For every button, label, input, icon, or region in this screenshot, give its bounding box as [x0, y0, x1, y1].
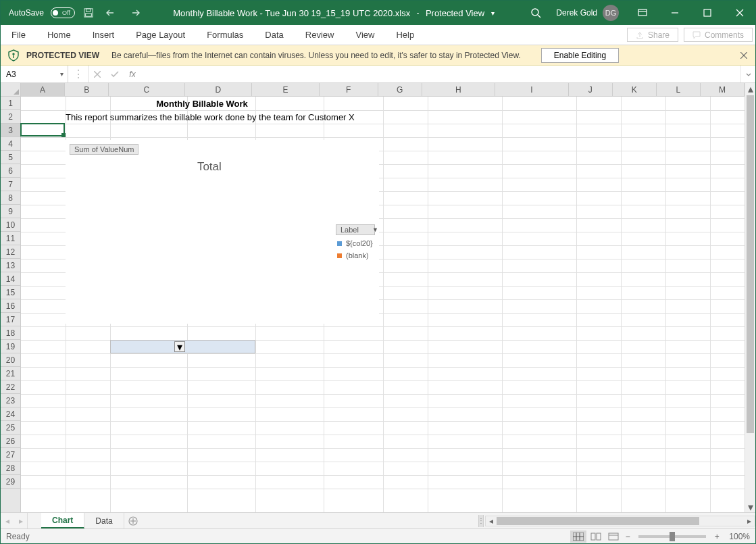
vertical-scrollbar[interactable]: ▴ ▾ [745, 83, 755, 512]
row-header-4[interactable]: 4 [1, 137, 20, 151]
row-header-28[interactable]: 28 [1, 462, 20, 475]
minimize-icon[interactable] [659, 1, 690, 25]
enable-editing-button[interactable]: Enable Editing [541, 48, 619, 63]
save-icon[interactable] [79, 3, 98, 22]
row-header-16[interactable]: 16 [1, 299, 20, 313]
undo-icon[interactable] [102, 3, 121, 22]
enter-formula-icon[interactable] [106, 66, 124, 82]
row-header-3[interactable]: 3 [1, 124, 20, 137]
row-header-26[interactable]: 26 [1, 435, 20, 448]
pivot-chart[interactable]: Sum of ValueNumTotalLabel▼${col20}(blank… [66, 140, 379, 324]
ribbon-display-options-icon[interactable] [627, 1, 658, 25]
horizontal-scrollbar[interactable]: ◂ ▸ [485, 516, 755, 526]
column-header-H[interactable]: H [422, 83, 495, 96]
sheet-tab-data[interactable]: Data [84, 513, 124, 528]
cancel-formula-icon[interactable] [89, 66, 106, 82]
expand-formula-bar-icon[interactable] [740, 66, 755, 82]
scroll-left-icon[interactable]: ◂ [486, 516, 497, 526]
row-header-24[interactable]: 24 [1, 407, 20, 421]
search-icon[interactable] [524, 3, 548, 22]
row-header-20[interactable]: 20 [1, 353, 20, 367]
tab-formulas[interactable]: Formulas [196, 25, 254, 45]
row-header-25[interactable]: 25 [1, 421, 20, 435]
sheet-nav-next-icon[interactable]: ▸ [14, 513, 28, 528]
row-header-15[interactable]: 15 [1, 286, 20, 299]
spreadsheet-grid[interactable]: ABCDEFGHIJKLM 12345678910111213141516171… [1, 83, 755, 512]
maximize-icon[interactable] [692, 1, 723, 25]
row-header-8[interactable]: 8 [1, 191, 20, 205]
cells-area[interactable]: Monthly Billable WorkThis report summari… [21, 97, 745, 512]
comments-button[interactable]: Comments [684, 28, 753, 42]
scroll-up-icon[interactable]: ▴ [745, 83, 755, 94]
chevron-down-icon[interactable]: ▾ [60, 70, 64, 78]
sheet-nav-prev-icon[interactable]: ◂ [1, 513, 14, 528]
row-header-1[interactable]: 1 [1, 97, 20, 110]
column-header-L[interactable]: L [657, 83, 701, 96]
avatar[interactable]: DG [603, 5, 619, 21]
column-header-K[interactable]: K [613, 83, 657, 96]
title-dropdown-icon[interactable]: ▾ [488, 9, 495, 17]
tab-scroll-split[interactable]: ⋮ [478, 515, 484, 527]
zoom-slider-knob[interactable] [670, 532, 675, 541]
row-header-14[interactable]: 14 [1, 272, 20, 286]
close-icon[interactable] [724, 1, 755, 25]
zoom-out-button[interactable]: − [622, 532, 633, 541]
redo-icon[interactable] [125, 3, 144, 22]
zoom-slider[interactable] [638, 535, 706, 538]
vertical-scroll-thumb[interactable] [747, 95, 754, 433]
formula-input[interactable] [141, 66, 740, 82]
tab-page-layout[interactable]: Page Layout [125, 25, 196, 45]
column-header-F[interactable]: F [320, 83, 378, 96]
column-header-M[interactable]: M [701, 83, 745, 96]
column-header-E[interactable]: E [252, 83, 320, 96]
row-header-27[interactable]: 27 [1, 448, 20, 462]
add-sheet-button[interactable] [124, 513, 142, 528]
scroll-right-icon[interactable]: ▸ [744, 516, 755, 526]
view-page-break-icon[interactable] [605, 530, 622, 543]
row-header-12[interactable]: 12 [1, 245, 20, 259]
tab-review[interactable]: Review [295, 25, 345, 45]
row-header-13[interactable]: 13 [1, 259, 20, 272]
row-header-7[interactable]: 7 [1, 178, 20, 191]
tab-help[interactable]: Help [385, 25, 425, 45]
row-header-23[interactable]: 23 [1, 394, 20, 407]
row-header-11[interactable]: 11 [1, 232, 20, 245]
column-header-J[interactable]: J [569, 83, 613, 96]
name-box[interactable]: A3 ▾ [1, 66, 68, 82]
select-all-corner[interactable] [1, 83, 21, 97]
tab-insert[interactable]: Insert [82, 25, 126, 45]
column-header-D[interactable]: D [185, 83, 253, 96]
view-normal-icon[interactable] [570, 530, 586, 543]
chart-field-button[interactable]: Sum of ValueNum [70, 144, 138, 155]
row-header-5[interactable]: 5 [1, 151, 20, 164]
column-header-A[interactable]: A [21, 83, 65, 96]
column-header-I[interactable]: I [495, 83, 568, 96]
column-header-G[interactable]: G [378, 83, 422, 96]
row-header-10[interactable]: 10 [1, 218, 20, 232]
row-header-22[interactable]: 22 [1, 380, 20, 394]
row-header-29[interactable]: 29 [1, 475, 20, 489]
sheet-tab-chart[interactable]: Chart [41, 513, 84, 528]
column-header-C[interactable]: C [109, 83, 184, 96]
tab-home[interactable]: Home [36, 25, 82, 45]
row-header-17[interactable]: 17 [1, 313, 20, 326]
tab-data[interactable]: Data [254, 25, 294, 45]
scroll-down-icon[interactable]: ▾ [745, 501, 755, 512]
row-header-6[interactable]: 6 [1, 164, 20, 178]
zoom-level[interactable]: 100% [729, 532, 750, 541]
row-header-18[interactable]: 18 [1, 326, 20, 340]
zoom-in-button[interactable]: + [711, 532, 722, 541]
pivot-filter-cell[interactable]: ▾ [110, 340, 255, 353]
autosave-toggle[interactable]: Off [51, 7, 75, 18]
chart-legend[interactable]: Label▼${col20}(blank) [336, 224, 375, 259]
fx-icon[interactable]: fx [124, 66, 141, 82]
row-header-21[interactable]: 21 [1, 367, 20, 380]
filter-dropdown-icon[interactable]: ▾ [174, 341, 185, 352]
view-page-layout-icon[interactable] [588, 530, 604, 543]
tab-file[interactable]: File [1, 25, 36, 45]
protected-view-close-icon[interactable] [739, 51, 749, 60]
share-button[interactable]: Share [627, 28, 678, 42]
legend-field-button[interactable]: Label▼ [336, 224, 375, 235]
row-header-2[interactable]: 2 [1, 110, 20, 124]
column-header-B[interactable]: B [65, 83, 109, 96]
